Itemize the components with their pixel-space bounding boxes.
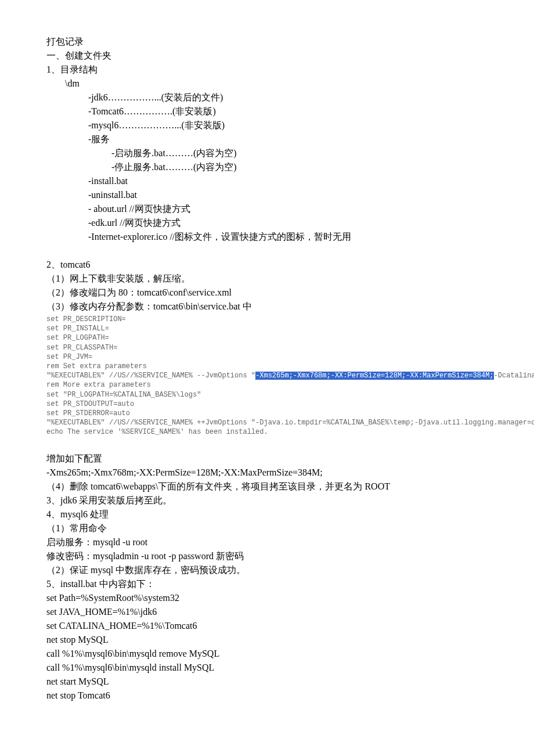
install-bat-l3: set CATALINA_HOME=%1%\Tomcat6 xyxy=(46,619,488,633)
section4-heading: 4、mysql6 处理 xyxy=(46,507,488,521)
add-config-label: 增加如下配置 xyxy=(46,452,488,466)
tree-ie-ico: -Internet-explorer.ico //图标文件，设置快捷方式的图标，… xyxy=(88,230,488,244)
install-bat-l5: call %1%\mysql6\bin\mysqld remove MySQL xyxy=(46,647,488,661)
tree-edk-url: -edk.url //网页快捷方式 xyxy=(88,216,488,230)
doc-title: 打包记录 xyxy=(46,35,488,49)
s4-change-password: 修改密码：mysqladmin -u root -p password 新密码 xyxy=(46,549,488,563)
install-bat-l1: set Path=%SystemRoot%\system32 xyxy=(46,591,488,605)
s2-step4: （4）删除 tomcat6\webapps\下面的所有文件夹，将项目拷至该目录，… xyxy=(46,480,488,494)
tree-mysql: -mysql6………………...(非安装版) xyxy=(88,118,488,132)
s4-step2: （2）保证 mysql 中数据库存在，密码预设成功。 xyxy=(46,563,488,577)
tree-install-bat: -install.bat xyxy=(88,174,488,188)
highlighted-jvm-options: -Xms265m;-Xmx768m;-XX:PermSize=128M;-XX:… xyxy=(255,372,493,380)
section1-heading: 一、创建文件夹 xyxy=(46,49,488,63)
s4-step1: （1）常用命令 xyxy=(46,521,488,535)
s2-step3: （3）修改内存分配参数：tomcat6\bin\service.bat 中 xyxy=(46,300,488,314)
section2-heading: 2、tomcat6 xyxy=(46,258,488,272)
tree-uninstall-bat: -uninstall.bat xyxy=(88,188,488,202)
service-bat-code: set PR_DESCRIPTION= set PR_INSTALL= set … xyxy=(46,315,488,437)
add-config-value: -Xms265m;-Xmx768m;-XX:PermSize=128M;-XX:… xyxy=(46,466,488,480)
install-bat-l7: net start MySQL xyxy=(46,675,488,689)
tree-service: -服务 xyxy=(88,132,488,146)
tree-about-url: - about.url //网页快捷方式 xyxy=(88,202,488,216)
s4-start-service: 启动服务：mysqld -u root xyxy=(46,535,488,549)
dir-structure-label: 1、目录结构 xyxy=(46,63,488,77)
s2-step1: （1）网上下载非安装版，解压缩。 xyxy=(46,272,488,286)
tree-stop-bat: -停止服务.bat………(内容为空) xyxy=(111,160,488,174)
tree-dm: \dm xyxy=(65,77,488,91)
tree-tomcat: -Tomcat6…………….(非安装版) xyxy=(88,105,488,118)
section3: 3、jdk6 采用安装版后拷至此。 xyxy=(46,494,488,507)
install-bat-l6: call %1%\mysql6\bin\mysqld install MySQL xyxy=(46,661,488,675)
install-bat-l8: net stop Tomcat6 xyxy=(46,689,488,703)
section5-heading: 5、install.bat 中内容如下： xyxy=(46,577,488,591)
install-bat-l4: net stop MySQL xyxy=(46,633,488,647)
s2-step2: （2）修改端口为 80：tomcat6\conf\service.xml xyxy=(46,286,488,300)
tree-jdk: -jdk6……………...(安装后的文件) xyxy=(88,91,488,105)
tree-start-bat: -启动服务.bat………(内容为空) xyxy=(111,146,488,160)
install-bat-l2: set JAVA_HOME=%1%\jdk6 xyxy=(46,605,488,619)
